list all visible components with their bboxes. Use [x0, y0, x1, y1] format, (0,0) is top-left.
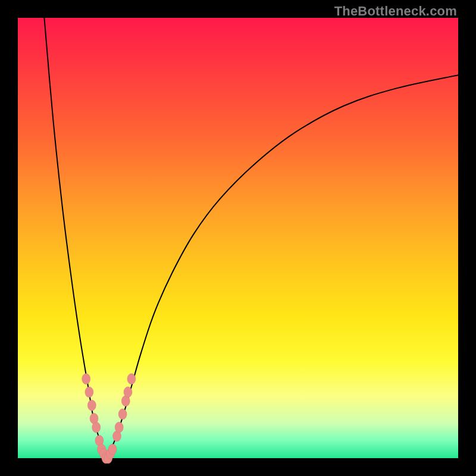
- curve-left-branch: [44, 18, 106, 458]
- highlighted-point: [87, 400, 96, 411]
- highlighted-point: [124, 387, 132, 397]
- bottleneck-curve-plot: [18, 18, 458, 458]
- highlighted-point: [82, 374, 90, 384]
- highlighted-point: [108, 444, 117, 455]
- watermark-text: TheBottleneck.com: [334, 4, 457, 19]
- highlighted-point: [115, 422, 123, 433]
- curve-right-branch: [106, 75, 458, 458]
- highlighted-point: [118, 409, 127, 419]
- highlighted-point: [92, 422, 101, 433]
- highlighted-point: [127, 374, 136, 384]
- highlighted-points-group: [82, 374, 136, 464]
- highlighted-point: [85, 387, 93, 397]
- chart-background-gradient: [18, 18, 458, 458]
